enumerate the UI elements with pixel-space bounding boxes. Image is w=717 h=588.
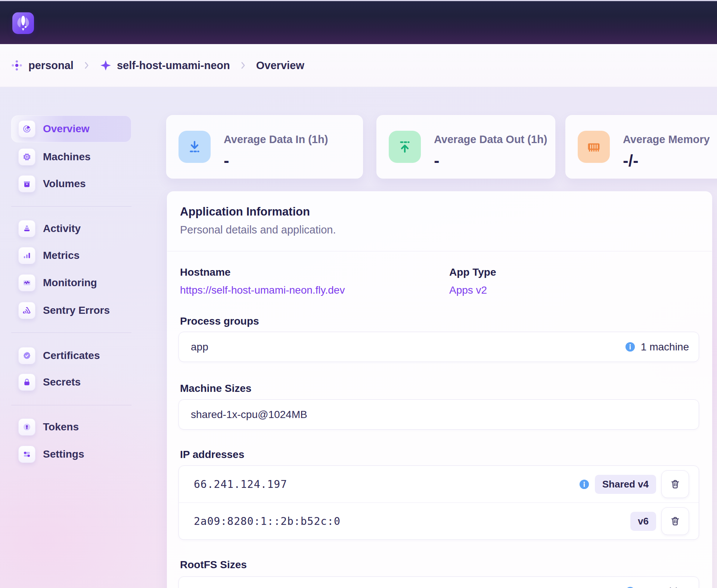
process-group-row: app 1 machine xyxy=(179,332,699,362)
sidebar-item-metrics[interactable]: Metrics xyxy=(11,242,131,269)
sidebar-item-label: Activity xyxy=(43,223,81,235)
sidebar-item-label: Metrics xyxy=(43,250,80,261)
card-title: Application Information xyxy=(180,205,310,219)
upload-arrow-icon xyxy=(389,131,421,163)
machine-size-row: shared-1x-cpu@1024MB xyxy=(179,399,699,430)
sidebar-item-volumes[interactable]: Volumes xyxy=(11,170,131,197)
top-header xyxy=(0,0,717,44)
stat-card-data-in: Average Data In (1h) - xyxy=(166,115,363,179)
cpu-chip-icon xyxy=(18,148,35,165)
breadcrumb-page[interactable]: Overview xyxy=(256,59,304,72)
delete-ip-button[interactable] xyxy=(661,507,689,535)
stat-title: Average Data In (1h) xyxy=(224,133,328,146)
sidebar-item-certificates[interactable]: Certificates xyxy=(11,342,131,369)
pulse-monitor-icon xyxy=(18,274,35,291)
sidebar-divider xyxy=(11,206,131,207)
sparkle-icon xyxy=(100,59,112,71)
machine-sizes-label: Machine Sizes xyxy=(180,383,251,394)
memory-chip-icon xyxy=(578,131,610,163)
process-group-machine-count: 1 machine xyxy=(641,341,689,353)
delete-ip-button[interactable] xyxy=(661,470,689,498)
sidebar-item-label: Overview xyxy=(43,123,90,135)
hostname-link[interactable]: https://self-host-umami-neon.fly.dev xyxy=(180,284,345,296)
org-dots-icon xyxy=(10,59,23,72)
breadcrumb: personal self-host-umami-neon Overview xyxy=(0,44,717,87)
sidebar-item-secrets[interactable]: Secrets xyxy=(11,369,131,396)
sidebar-item-label: Secrets xyxy=(43,376,81,388)
activity-stack-icon xyxy=(18,220,35,237)
bar-chart-icon xyxy=(18,247,35,264)
sidebar-item-label: Sentry Errors xyxy=(43,304,110,316)
download-arrow-icon xyxy=(179,131,211,163)
info-icon[interactable] xyxy=(625,586,636,588)
sidebar-item-label: Tokens xyxy=(43,421,79,433)
fly-dashboard-page: personal self-host-umami-neon Overview xyxy=(0,0,717,588)
stat-card-data-out: Average Data Out (1h) - xyxy=(376,115,555,179)
sidebar-divider xyxy=(11,405,131,405)
breadcrumb-org[interactable]: personal xyxy=(10,59,74,72)
sentry-logo-icon xyxy=(18,302,35,319)
keyhole-icon xyxy=(18,418,35,436)
card-divider xyxy=(167,251,712,251)
stat-value: -/- xyxy=(623,151,639,170)
sidebar-item-activity[interactable]: Activity xyxy=(11,215,131,242)
chevron-right-icon xyxy=(82,61,91,70)
sidebar-item-label: Volumes xyxy=(43,178,86,190)
app-type-link[interactable]: Apps v2 xyxy=(449,284,487,296)
rootfs-size-row: 171 MB 1 machine xyxy=(179,576,699,588)
stat-title: Average Data Out (1h) xyxy=(434,133,547,146)
process-group-name: app xyxy=(191,341,208,353)
storage-box-icon xyxy=(18,175,35,192)
info-icon[interactable] xyxy=(579,479,590,490)
sidebar-item-overview[interactable]: Overview xyxy=(11,115,131,142)
process-groups-label: Process groups xyxy=(180,315,259,327)
ip-addresses-list: 66.241.124.197 Shared v4 xyxy=(179,465,699,540)
padlock-icon xyxy=(18,374,35,391)
sidebar-item-machines[interactable]: Machines xyxy=(11,143,131,170)
breadcrumb-org-label: personal xyxy=(28,59,74,72)
sidebar-item-tokens[interactable]: Tokens xyxy=(11,414,131,440)
chevron-right-icon xyxy=(238,61,248,70)
ip-type-badge: v6 xyxy=(630,512,656,531)
rootfs-sizes-label: RootFS Sizes xyxy=(180,559,247,571)
seal-check-icon xyxy=(18,347,35,364)
sidebar-item-label: Machines xyxy=(43,151,91,163)
machine-size-value: shared-1x-cpu@1024MB xyxy=(191,409,307,421)
breadcrumb-app[interactable]: self-host-umami-neon xyxy=(100,59,230,72)
application-information-card: Application Information Personal details… xyxy=(167,191,712,588)
ip-address-v4: 66.241.124.197 xyxy=(194,478,287,490)
breadcrumb-page-label: Overview xyxy=(256,59,304,72)
fly-balloon-icon xyxy=(12,12,34,34)
info-icon[interactable] xyxy=(625,341,636,352)
stat-card-memory: Average Memory -/- xyxy=(565,115,717,179)
sidebar-item-sentry-errors[interactable]: Sentry Errors xyxy=(11,297,131,324)
toggles-icon xyxy=(18,446,35,463)
sidebar: Overview Machines Volumes xyxy=(0,87,142,588)
card-subtitle: Personal details and application. xyxy=(180,224,336,236)
stat-value: - xyxy=(434,151,440,170)
breadcrumb-app-label: self-host-umami-neon xyxy=(117,59,230,72)
sidebar-item-monitoring[interactable]: Monitoring xyxy=(11,269,131,296)
rootfs-machine-count: 1 machine xyxy=(641,586,689,588)
fly-logo-button[interactable] xyxy=(12,12,34,34)
hostname-label: Hostname xyxy=(180,266,230,278)
ip-address-v6: 2a09:8280:1::2b:b52c:0 xyxy=(194,515,341,527)
sidebar-item-label: Certificates xyxy=(43,350,100,362)
sidebar-divider xyxy=(11,332,131,333)
rootfs-size-value: 171 MB xyxy=(191,586,227,588)
ip-row-v4: 66.241.124.197 Shared v4 xyxy=(179,466,699,502)
ip-type-badge: Shared v4 xyxy=(595,475,656,494)
ip-addresses-label: IP addresses xyxy=(180,449,244,461)
stat-value: - xyxy=(224,151,229,170)
overview-pie-icon xyxy=(18,120,35,137)
sidebar-item-label: Settings xyxy=(43,448,84,460)
ip-row-v6: 2a09:8280:1::2b:b52c:0 v6 xyxy=(179,502,699,539)
app-type-label: App Type xyxy=(449,266,496,278)
sidebar-item-label: Monitoring xyxy=(43,277,97,289)
stat-title: Average Memory xyxy=(623,133,710,146)
sidebar-item-settings[interactable]: Settings xyxy=(11,441,131,468)
